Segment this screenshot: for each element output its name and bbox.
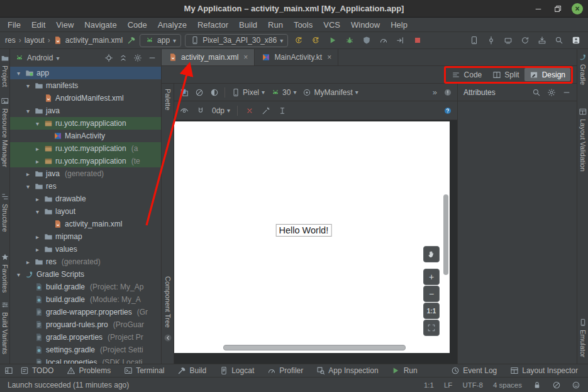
- toolwindow-event-log[interactable]: Event Log: [444, 366, 503, 376]
- tool-button-resource-manager[interactable]: Resource Manager: [1, 97, 9, 167]
- menu-refactor[interactable]: Refactor: [197, 20, 228, 30]
- sync-gradle-icon[interactable]: [518, 33, 532, 47]
- mode-code[interactable]: Code: [447, 68, 487, 81]
- api-level-menu[interactable]: 30 ▾: [270, 87, 296, 97]
- chevron-right-icon[interactable]: ▸: [34, 196, 41, 203]
- zoom-reset-button[interactable]: 1:1: [423, 303, 440, 319]
- tree-item-proguard-rules-pro[interactable]: proguard-rules.pro(ProGuar: [10, 318, 161, 331]
- tool-button-gradle[interactable]: Gradle: [579, 53, 587, 85]
- palette-tab[interactable]: Palette: [164, 89, 172, 110]
- chevron-right-icon[interactable]: ▸: [34, 158, 41, 165]
- line-separator-indicator[interactable]: LF: [444, 381, 452, 389]
- caret-position[interactable]: 1:1: [424, 381, 434, 389]
- pan-icon[interactable]: [423, 246, 440, 262]
- encoding-indicator[interactable]: UTF-8: [462, 381, 483, 389]
- mode-design[interactable]: Design: [524, 68, 570, 81]
- tree-item-ru-yotc-myapplication[interactable]: ▸ru.yotc.myapplication(te: [10, 155, 161, 167]
- highlighting-level-icon[interactable]: [552, 380, 561, 389]
- chevron-down-icon[interactable]: ▾: [25, 183, 31, 190]
- menu-window[interactable]: Window: [351, 20, 380, 30]
- tool-button-favorites[interactable]: Favorites: [1, 253, 9, 293]
- help-icon[interactable]: [443, 106, 452, 115]
- menu-help[interactable]: Help: [391, 20, 408, 30]
- hello-world-textview[interactable]: Hello World!: [276, 224, 332, 237]
- tree-item-build-gradle[interactable]: build.gradle(Module: My_A: [10, 293, 161, 306]
- git-commit-icon[interactable]: [484, 33, 498, 47]
- toolwindow-terminal[interactable]: Terminal: [117, 366, 170, 376]
- run-config-selector[interactable]: app ▾: [140, 34, 181, 47]
- tool-button-build-variants[interactable]: Build Variants: [1, 301, 9, 354]
- tree-item-gradle-wrapper-properties[interactable]: gradle-wrapper.properties(Gr: [10, 306, 161, 318]
- default-margin-button[interactable]: 0dp ▾: [212, 106, 230, 115]
- chevron-down-icon[interactable]: ▾: [15, 271, 22, 278]
- menu-tools[interactable]: Tools: [294, 20, 313, 30]
- design-surface[interactable]: Hello World! + − 1:1: [174, 120, 457, 364]
- hide-icon[interactable]: [147, 53, 157, 63]
- tree-item-layout[interactable]: ▾layout: [10, 205, 161, 218]
- tree-item-gradle-scripts[interactable]: ▾Gradle Scripts: [10, 268, 161, 281]
- locate-icon[interactable]: [104, 53, 113, 63]
- lock-icon[interactable]: [532, 380, 541, 389]
- chevron-right-icon[interactable]: ▸: [25, 171, 31, 177]
- tree-item-manifests[interactable]: ▾manifests: [10, 79, 161, 92]
- feedback-smiley-icon[interactable]: [571, 380, 580, 389]
- overflow-icon[interactable]: »: [433, 87, 437, 97]
- menu-code[interactable]: Code: [128, 20, 147, 30]
- run-icon[interactable]: [326, 33, 340, 47]
- tree-item-mipmap[interactable]: ▸mipmap: [10, 230, 161, 243]
- tree-item-ru-yotc-myapplication[interactable]: ▾ru.yotc.myapplication: [10, 117, 161, 130]
- project-view-selector[interactable]: Android: [27, 53, 53, 62]
- infer-constraints-icon[interactable]: [261, 106, 270, 115]
- tool-button-layout-validation[interactable]: Layout Validation: [579, 108, 587, 172]
- chevron-down-icon[interactable]: ▾: [15, 70, 22, 77]
- toolwindow-profiler[interactable]: Profiler: [260, 366, 309, 376]
- mode-split[interactable]: Split: [487, 68, 524, 81]
- tree-item-res[interactable]: ▸res(generated): [10, 255, 161, 268]
- tree-item-androidmanifest-xml[interactable]: AndroidManifest.xml: [10, 92, 161, 104]
- menu-file[interactable]: File: [8, 20, 21, 30]
- view-options-icon[interactable]: [179, 106, 189, 115]
- attach-debugger-icon[interactable]: [394, 33, 408, 47]
- toolwindow-todo[interactable]: TODO: [13, 366, 60, 376]
- tab-activity-main-xml[interactable]: activity_main.xml×: [162, 49, 255, 65]
- tree-item-ru-yotc-myapplication[interactable]: ▸ru.yotc.myapplication(a: [10, 142, 161, 155]
- tree-item-java[interactable]: ▸java(generated): [10, 167, 161, 180]
- device-manager-icon[interactable]: [467, 33, 481, 47]
- theme-menu[interactable]: MyManifest ▾: [302, 87, 358, 97]
- chevron-right-icon[interactable]: ▸: [34, 246, 41, 253]
- stop-icon[interactable]: [411, 33, 424, 47]
- gear-icon[interactable]: [546, 87, 556, 97]
- design-canvas[interactable]: Hello World!: [174, 121, 450, 353]
- tree-item-java[interactable]: ▾java: [10, 104, 161, 117]
- chevron-right-icon[interactable]: ▸: [34, 233, 41, 240]
- debug-icon[interactable]: [343, 33, 357, 47]
- tool-button-emulator[interactable]: Emulator: [579, 318, 587, 357]
- toolwindow-build[interactable]: Build: [171, 366, 213, 376]
- profiler-icon[interactable]: [377, 33, 391, 47]
- menu-view[interactable]: View: [56, 20, 74, 30]
- toolwindow-logcat[interactable]: Logcat: [213, 366, 260, 376]
- chevron-down-icon[interactable]: ▾: [34, 120, 41, 127]
- chevron-right-icon[interactable]: ▸: [25, 259, 31, 266]
- user-avatar-icon[interactable]: [569, 33, 583, 47]
- tree-item-gradle-properties[interactable]: gradle.properties(Project Pr: [10, 331, 161, 344]
- restore-icon[interactable]: [552, 3, 563, 14]
- minimize-icon[interactable]: [533, 3, 544, 14]
- apply-code-changes-icon[interactable]: [309, 33, 323, 47]
- close-icon[interactable]: ×: [572, 3, 583, 14]
- tree-item-local-properties[interactable]: local.properties(SDK Locati: [10, 356, 161, 364]
- tree-item-app[interactable]: ▾app: [10, 67, 161, 79]
- hide-panel-icon[interactable]: [562, 87, 571, 97]
- tree-item-drawable[interactable]: ▸drawable: [10, 193, 161, 205]
- chevron-down-icon[interactable]: ▾: [34, 208, 41, 215]
- avd-manager-icon[interactable]: [501, 33, 515, 47]
- tree-item-settings-gradle[interactable]: settings.gradle(Project Setti: [10, 344, 161, 356]
- sdk-manager-icon[interactable]: [535, 33, 549, 47]
- search-icon[interactable]: [531, 87, 541, 97]
- menu-build[interactable]: Build: [239, 20, 257, 30]
- toolwindow-app-inspection[interactable]: App Inspection: [309, 366, 384, 376]
- coverage-icon[interactable]: [360, 33, 374, 47]
- collapse-panel-icon[interactable]: [163, 333, 172, 342]
- make-project-icon[interactable]: [126, 36, 136, 45]
- zoom-to-fit-icon[interactable]: [423, 320, 440, 336]
